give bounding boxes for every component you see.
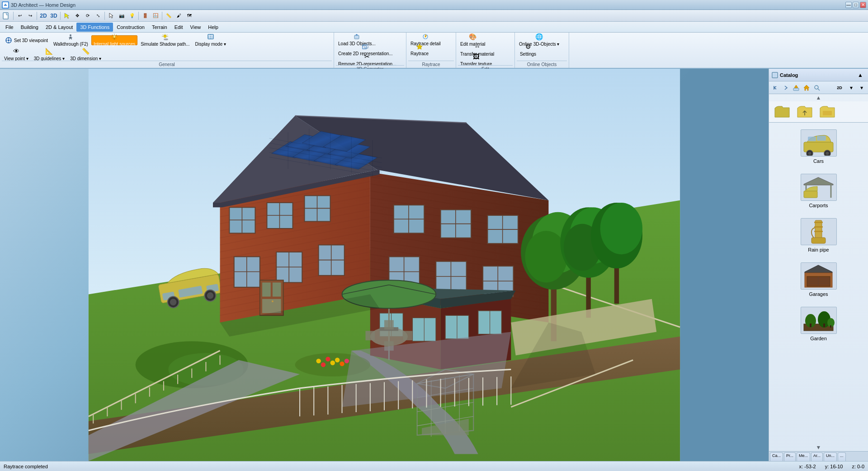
title-left: 3D Architect — Home Design [2, 1, 845, 9]
online-group-title: Online Objects [517, 61, 567, 67]
3d-guidelines-button[interactable]: 📐 3D guidelines ▾ [32, 50, 67, 59]
cat-dropdown2-button[interactable]: ▾ [857, 83, 867, 93]
svg-point-166 [335, 358, 340, 362]
svg-rect-204 [823, 111, 832, 115]
svg-point-24 [425, 36, 426, 38]
status-text: Raytrace completed [4, 464, 790, 469]
svg-line-203 [818, 89, 820, 90]
3d-button[interactable]: 3D [49, 11, 59, 21]
cars-thumbnail [801, 129, 837, 157]
catalog-item-garages[interactable]: Garages [773, 259, 864, 300]
light-sources-icon [110, 34, 119, 40]
menu-building[interactable]: Building [17, 23, 42, 32]
catalog-folder-main[interactable] [817, 103, 838, 120]
catalog-title: Catalog [780, 72, 798, 78]
menu-terrain[interactable]: Terrain [148, 23, 171, 32]
select-button[interactable] [62, 11, 72, 21]
door-button[interactable]: 🚪 [140, 11, 150, 21]
svg-rect-207 [817, 136, 826, 141]
catalog-tab-me[interactable]: Me... [797, 452, 810, 461]
2d-button[interactable]: 2D [38, 11, 48, 21]
menu-file[interactable]: File [2, 23, 17, 32]
ribbon-row-raytrace: Raytrace detail Raytrace [408, 33, 454, 61]
catalog-item-carports[interactable]: Carports [773, 171, 864, 211]
camera-button[interactable]: 📷 [117, 11, 127, 21]
svg-point-170 [340, 362, 344, 366]
svg-marker-221 [805, 265, 832, 273]
transfer-material-icon: ↔ [473, 43, 482, 50]
catalog-resize-button[interactable]: ▲ [855, 70, 865, 80]
3d-dimension-button[interactable]: 📏 3D dimension ▾ [68, 50, 104, 59]
catalog-item-garden[interactable]: Garden [773, 304, 864, 344]
ribbon-group-converter: Load 3D Objects... Create 2D representat… [334, 33, 406, 68]
svg-point-169 [330, 361, 335, 365]
menu-help[interactable]: Help [204, 23, 222, 32]
walkthrough-button[interactable]: Walkthrough (F2) [51, 35, 90, 45]
move-button[interactable]: ✥ [72, 11, 82, 21]
redo-button[interactable]: ↪ [25, 11, 35, 21]
ribbon-row-converter: Load 3D Objects... Create 2D representat… [336, 33, 404, 65]
raytrace-detail-button[interactable]: Raytrace detail [408, 35, 443, 44]
cat-home-button[interactable] [802, 83, 811, 93]
svg-rect-218 [814, 222, 823, 223]
minimize-button[interactable]: — [845, 2, 852, 8]
online-3d-icon: 🌐 [535, 33, 544, 40]
undo-button[interactable]: ↩ [15, 11, 25, 21]
catalog-tab-ar[interactable]: Ar... [811, 452, 823, 461]
restore-button[interactable]: □ [853, 2, 859, 8]
cat-back-button[interactable] [770, 83, 780, 93]
set-3d-viewpoint-button[interactable]: Set 3D viewpoint [2, 35, 50, 45]
close-button[interactable]: ✕ [860, 2, 866, 8]
transfer-texture-button[interactable]: 🖼 Transfer texture [458, 55, 494, 64]
catalog-tab-un[interactable]: Un... [824, 452, 837, 461]
cat-search-button[interactable] [812, 83, 822, 93]
menu-construction[interactable]: Construction [113, 23, 148, 32]
paint-button[interactable]: 🖌 [174, 11, 184, 21]
catalog-tab-pr[interactable]: Pr... [784, 452, 796, 461]
load-3d-objects-button[interactable]: Load 3D Objects... [336, 35, 378, 44]
set-3d-viewpoint-label: Set 3D viewpoint [14, 38, 48, 43]
settings-button[interactable]: ⚙ Settings [517, 45, 539, 54]
svg-rect-220 [814, 231, 823, 232]
cat-up-button[interactable] [791, 83, 801, 93]
catalog-tab-ca[interactable]: Ca... [770, 452, 783, 461]
simulate-shadow-button[interactable]: Simulate Shadow path... [138, 35, 192, 45]
dimension-icon: 📏 [81, 48, 90, 55]
viewport[interactable] [0, 69, 769, 461]
internal-light-sources-button[interactable]: Internal light sources [91, 35, 137, 45]
display-mode-button[interactable]: Display mode ▾ [193, 35, 228, 45]
cursor-button[interactable] [106, 11, 116, 21]
walkthrough-label: Walkthrough (F2) [53, 42, 88, 47]
svg-rect-10 [113, 38, 115, 39]
menu-edit[interactable]: Edit [171, 23, 187, 32]
catalog-item-cars[interactable]: Cars [773, 126, 864, 167]
window-button[interactable]: 🪟 [151, 11, 160, 21]
raytrace-button[interactable]: Raytrace [408, 45, 431, 54]
svg-point-164 [316, 359, 321, 363]
menu-2d-layout[interactable]: 2D & Layout [42, 23, 77, 32]
catalog-scroll-up[interactable]: ▲ [769, 94, 868, 101]
svg-rect-17 [354, 35, 359, 39]
view-point-button[interactable]: 👁 View point ▾ [2, 50, 31, 59]
catalog-folder-back[interactable] [772, 103, 793, 120]
scale-button[interactable]: ⤡ [93, 11, 103, 21]
cat-dropdown-button[interactable]: ▾ [846, 83, 856, 93]
texture-button[interactable]: 🗺 [184, 11, 194, 21]
catalog-scroll-down[interactable]: ▼ [769, 444, 868, 451]
light-button[interactable]: 💡 [127, 11, 137, 21]
measure-button[interactable]: 📏 [164, 11, 174, 21]
svg-rect-197 [773, 73, 775, 75]
menu-3d-functions[interactable]: 3D Functions [76, 23, 113, 32]
catalog-item-rain-pipe[interactable]: Rain pipe [773, 215, 864, 256]
new-button[interactable] [1, 11, 12, 21]
carports-thumbnail [801, 174, 837, 201]
rotate-button[interactable]: ⟳ [83, 11, 93, 21]
cat-forward-button[interactable] [781, 83, 791, 93]
catalog-folder-up[interactable] [794, 103, 815, 120]
cat-2d-toggle[interactable]: 2D [833, 83, 846, 93]
sep4 [104, 12, 105, 20]
ribbon-row-edit: 🎨 Edit material ↔ Transfer material 🖼 Tr… [458, 33, 513, 65]
catalog-tab-more[interactable]: ... [838, 452, 846, 461]
menu-view[interactable]: View [187, 23, 205, 32]
remove-2d-repr-button[interactable]: ✂ Remove 2D-representation... [336, 55, 398, 64]
